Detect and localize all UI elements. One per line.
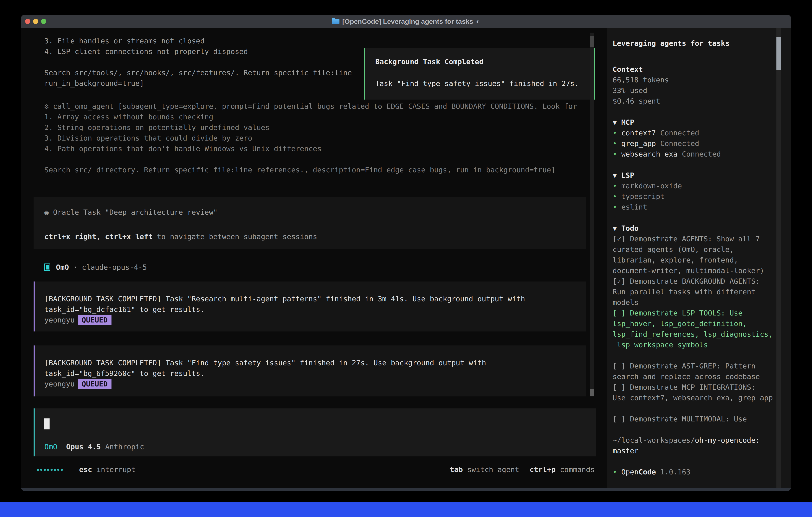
todo-line: models (613, 297, 791, 308)
window-title: [OpenCode] Leveraging agents for tasks ◐ (332, 18, 480, 25)
sidebar-scrollbar[interactable] (777, 28, 781, 488)
todo-line: Use context7, websearch_exa, grep_app (613, 392, 791, 403)
todo-line: [✓] Demonstrate AGENTS: Show all 7 (613, 234, 791, 244)
tool-call-item: 1. Array access without bounds checking (45, 112, 577, 122)
agent-icon (45, 264, 50, 271)
input-model-name[interactable]: Opus 4.5 (66, 441, 101, 452)
todo-line-active: lsp_workspace_symbols (613, 339, 791, 350)
spinner-dot (61, 469, 63, 471)
scrollbar-thumb[interactable] (777, 37, 781, 70)
blank-line (45, 57, 352, 67)
todo-line: [ ] Demonstrate AST-GREP: Pattern (613, 361, 791, 371)
session-sidebar: Leveraging agents for tasks Context 66,5… (607, 28, 791, 488)
chevron-down-icon: ▼ (613, 224, 617, 232)
todo-section-header[interactable]: ▼ Todo (613, 223, 791, 234)
tool-call-item: 2. String operations on potentially unde… (45, 122, 577, 133)
status-left: esc interrupt (37, 464, 136, 475)
tool-call-header: ⚙ call_omo_agent [subagent_type=explore,… (45, 101, 577, 112)
mcp-item-name: context7 (621, 129, 656, 137)
agent-name: OmO (56, 263, 69, 271)
window-bottom-edge (21, 488, 791, 491)
todo-line: curated agents (OmO, oracle, (613, 244, 791, 255)
todo-line: Run parallel tasks with different (613, 287, 791, 297)
minimize-button[interactable] (33, 19, 38, 24)
mcp-item-status: Connected (682, 150, 721, 158)
agent-header: OmO · claude-opus-4-5 (45, 262, 147, 272)
bullet-icon: • (613, 182, 617, 190)
tab-key[interactable]: tab (450, 464, 463, 475)
lsp-item-name: typescript (621, 192, 665, 200)
task-user: yeongyu (45, 379, 75, 389)
bottom-accent-strip (0, 502, 812, 517)
terminal-line: run_in_background=true] (45, 78, 352, 88)
mcp-section-header[interactable]: ▼ MCP (613, 117, 791, 128)
tool-call-item: 3. Division operations that could divide… (45, 133, 577, 143)
status-badge: QUEUED (78, 315, 112, 325)
toast-title: Background Task Completed (375, 56, 593, 67)
todo-line: [✓] Demonstrate BACKGROUND AGENTS: (613, 276, 791, 287)
blank-line (613, 350, 791, 361)
todo-line: [ ] Demonstrate MCP INTEGRATIONS: (613, 382, 791, 392)
lsp-item: • markdown-oxide (613, 181, 791, 191)
model-row: OmO Opus 4.5 Anthropic (45, 441, 144, 452)
esc-label: interrupt (96, 464, 136, 475)
esc-key[interactable]: esc (79, 464, 92, 475)
commands-label: commands (560, 464, 594, 475)
folder-icon (332, 19, 340, 24)
mcp-item: • grep_app Connected (613, 138, 791, 149)
sidebar-session-title: Leveraging agents for tasks (613, 38, 791, 49)
input-agent-name: OmO (45, 441, 57, 452)
mcp-item-name: websearch_exa (621, 150, 677, 158)
bullet-icon: • (613, 139, 617, 147)
background-task-toast: Background Task Completed Task "Find typ… (364, 48, 594, 100)
task-result-line2: task_id="bg_dcfac161" to get results. (45, 304, 586, 315)
spinner-dot (44, 469, 46, 471)
chat-scrollbar[interactable] (590, 33, 594, 397)
spinner-dots (37, 469, 63, 471)
task-result-card: [BACKGROUND TASK COMPLETED] Task "Resear… (34, 281, 586, 331)
bullet-icon: • (613, 192, 617, 200)
scrollbar-thumb[interactable] (590, 36, 594, 47)
oracle-hint-keys: ctrl+x right, ctrl+x left (45, 233, 153, 241)
chevron-down-icon: ▼ (613, 118, 617, 126)
screen: { "window": { "title": "[OpenCode] Lever… (0, 0, 812, 517)
lsp-section-header[interactable]: ▼ LSP (613, 170, 791, 181)
task-user: yeongyu (45, 315, 75, 325)
lsp-heading-text: LSP (621, 171, 634, 179)
terminal-line: Search src/tools/, src/hooks/, src/featu… (45, 67, 352, 78)
workspace-prefix: ~/local-workspaces/ (613, 436, 695, 444)
prompt-input[interactable]: OmO Opus 4.5 Anthropic (34, 408, 596, 456)
workspace-branch: master (613, 445, 791, 456)
blank-line (613, 456, 791, 467)
window-title-text: [OpenCode] Leveraging agents for tasks (342, 18, 473, 25)
mcp-item-status: Connected (660, 129, 699, 137)
commands-key[interactable]: ctrl+p (530, 464, 556, 475)
app-name-light: Open (621, 468, 639, 476)
mcp-heading-text: MCP (621, 118, 634, 126)
mcp-item-name: grep_app (621, 139, 656, 147)
spinner-dot (54, 469, 56, 471)
close-button[interactable] (25, 19, 30, 24)
context-spent: $0.46 spent (613, 96, 791, 106)
titlebar[interactable]: [OpenCode] Leveraging agents for tasks ◐ (21, 15, 791, 28)
task-result-line1: [BACKGROUND TASK COMPLETED] Task "Find t… (45, 357, 586, 368)
scrollbar-thumb[interactable] (590, 389, 594, 396)
todo-heading-text: Todo (621, 224, 639, 232)
spinner-dot (37, 469, 39, 471)
oracle-title-text: Oracle Task "Deep architecture review" (53, 208, 218, 216)
lsp-item-name: markdown-oxide (621, 182, 682, 190)
context-tokens: 66,518 tokens (613, 75, 791, 85)
tool-call-item: 4. Path operations that don't handle Win… (45, 143, 577, 154)
tool-call-header-text: call_omo_agent [subagent_type=explore, p… (53, 102, 577, 110)
workspace-path: ~/local-workspaces/oh-my-opencode: (613, 435, 791, 445)
terminal-line: 3. File handles or streams not closed (45, 35, 352, 46)
zoom-button[interactable] (41, 19, 46, 24)
gear-icon: ⚙ (45, 102, 49, 110)
workspace-repo: oh-my-opencode: (695, 436, 760, 444)
todo-line-active: lsp_find_references, lsp_diagnostics, (613, 329, 791, 339)
status-right: tab switch agent ctrl+p commands (450, 464, 594, 475)
tool-call-tail: Search src/ directory. Return specific f… (45, 165, 577, 175)
lsp-item: • typescript (613, 191, 791, 202)
input-provider: Anthropic (105, 441, 144, 452)
terminal-line: 4. LSP client connections not properly d… (45, 46, 352, 57)
